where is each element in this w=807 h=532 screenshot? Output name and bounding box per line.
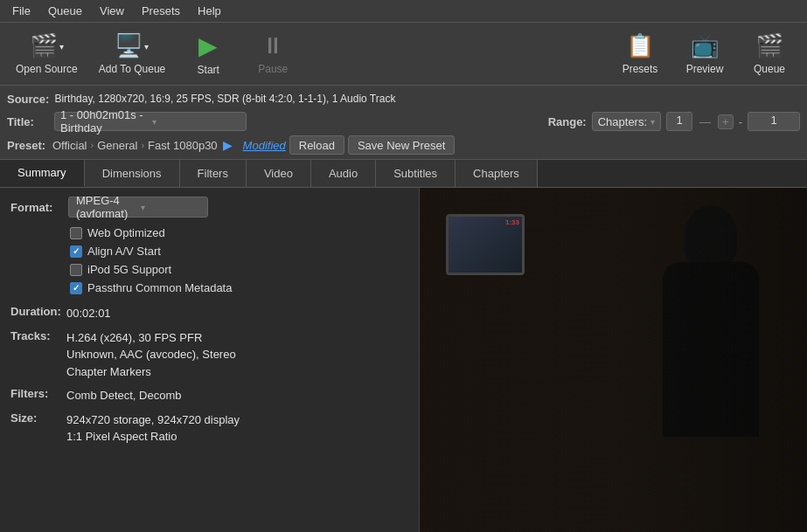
- ipod-checkbox[interactable]: [70, 264, 82, 276]
- preset-official-button[interactable]: Official: [52, 139, 87, 152]
- add-to-queue-icon-area: 🖥️ ▾: [115, 32, 149, 59]
- preset-chevron-2: ›: [141, 140, 144, 150]
- range-label: Range:: [548, 115, 587, 128]
- open-source-button[interactable]: 🎬 ▾ Open Source: [7, 27, 87, 81]
- presets-button[interactable]: 📋 Presets: [609, 27, 671, 81]
- main-content: Format: MPEG-4 (avformat) ▾ Web Optimize…: [0, 188, 807, 532]
- menu-file[interactable]: File: [3, 3, 39, 19]
- left-panel: Format: MPEG-4 (avformat) ▾ Web Optimize…: [0, 188, 420, 532]
- menu-queue[interactable]: Queue: [39, 3, 91, 19]
- source-row: Source: Birthday, 1280x720, 16:9, 25 FPS…: [7, 87, 800, 110]
- preset-general-button[interactable]: General: [97, 139, 137, 152]
- range-end[interactable]: 1: [748, 112, 800, 131]
- ipod-row: iPod 5G Support: [70, 263, 408, 276]
- menu-help[interactable]: Help: [189, 3, 230, 19]
- preset-submenu-arrow[interactable]: ▶: [223, 138, 233, 152]
- passthru-checkbox[interactable]: [70, 282, 82, 294]
- save-new-preset-button[interactable]: Save New Preset: [348, 135, 455, 155]
- preview-icon: 📺: [691, 32, 719, 59]
- pause-button[interactable]: ⏸ Pause: [242, 27, 303, 81]
- size-line1: 924x720 storage, 924x720 display: [66, 411, 240, 429]
- toolbar-right: 📋 Presets 📺 Preview 🎬 Queue: [609, 27, 800, 81]
- start-label: Start: [198, 64, 219, 76]
- chapters-select[interactable]: Chapters: ▾: [592, 112, 661, 131]
- pause-label: Pause: [258, 63, 288, 75]
- tracks-label: Tracks:: [10, 329, 61, 342]
- filters-row: Filters: Comb Detect, Decomb: [10, 387, 408, 404]
- passthru-label[interactable]: Passthru Common Metadata: [87, 281, 232, 294]
- start-button[interactable]: ▶ Start: [177, 27, 239, 81]
- title-select-value: 1 - 00h02m01s - Birthday: [60, 108, 149, 135]
- queue-icon: 🎬: [755, 32, 783, 59]
- duration-label: Duration:: [10, 305, 61, 318]
- checkboxes: Web Optimized Align A/V Start iPod 5G Su…: [10, 226, 408, 294]
- source-value: Birthday, 1280x720, 16:9, 25 FPS, SDR (8…: [54, 93, 395, 105]
- add-to-queue-button[interactable]: 🖥️ ▾ Add To Queue: [90, 27, 175, 81]
- tab-filters[interactable]: Filters: [180, 160, 247, 187]
- preset-fast1080-button[interactable]: Fast 1080p30: [148, 139, 218, 152]
- open-source-icon-area: 🎬 ▾: [30, 32, 64, 59]
- tab-video[interactable]: Video: [247, 160, 311, 187]
- tab-chapters[interactable]: Chapters: [456, 160, 538, 187]
- duration-value: 00:02:01: [66, 305, 111, 322]
- web-optimized-label[interactable]: Web Optimized: [87, 226, 165, 239]
- add-queue-dropdown-arrow[interactable]: ▾: [144, 42, 149, 52]
- range-minus: —: [698, 115, 713, 128]
- preview-button[interactable]: 📺 Preview: [674, 27, 735, 81]
- presets-icon: 📋: [626, 32, 654, 59]
- start-icon: ▶: [198, 31, 218, 60]
- preset-row: Preset: Official › General › Fast 1080p3…: [7, 133, 800, 157]
- duration-row: Duration: 00:02:01: [10, 305, 408, 322]
- preset-label: Preset:: [7, 139, 49, 152]
- format-label: Format:: [10, 201, 61, 214]
- queue-button[interactable]: 🎬 Queue: [739, 27, 800, 81]
- menubar: File Queue View Presets Help: [0, 0, 807, 23]
- format-select-value: MPEG-4 (avformat): [76, 194, 136, 220]
- title-select[interactable]: 1 - 00h02m01s - Birthday ▾: [54, 112, 247, 131]
- preset-modified-link[interactable]: Modified: [243, 139, 286, 152]
- range-section: Range: Chapters: ▾ 1 — + - 1: [548, 112, 800, 131]
- preview-label: Preview: [686, 63, 724, 75]
- video-preview: 1:33: [420, 188, 807, 532]
- open-source-dropdown-arrow[interactable]: ▾: [59, 42, 64, 52]
- ipod-label[interactable]: iPod 5G Support: [87, 263, 171, 276]
- queue-label: Queue: [754, 63, 785, 75]
- size-line2: 1:1 Pixel Aspect Ratio: [66, 428, 240, 446]
- filters-label: Filters:: [10, 387, 61, 400]
- range-plus[interactable]: +: [718, 114, 734, 129]
- tab-subtitles[interactable]: Subtitles: [376, 160, 456, 187]
- tabs: Summary Dimensions Filters Video Audio S…: [0, 160, 807, 188]
- presets-label: Presets: [623, 63, 658, 75]
- align-av-row: Align A/V Start: [70, 245, 408, 258]
- scene-overlay: [420, 188, 807, 532]
- web-optimized-checkbox[interactable]: [70, 227, 82, 239]
- toolbar: 🎬 ▾ Open Source 🖥️ ▾ Add To Queue ▶ Star…: [0, 23, 807, 86]
- size-row: Size: 924x720 storage, 924x720 display 1…: [10, 411, 408, 446]
- tracks-line1: H.264 (x264), 30 FPS PFR: [66, 329, 236, 347]
- tracks-line2: Unknown, AAC (avcodec), Stereo: [66, 346, 236, 363]
- source-label: Source:: [7, 93, 49, 106]
- align-av-label[interactable]: Align A/V Start: [87, 245, 161, 258]
- tab-audio[interactable]: Audio: [311, 160, 376, 187]
- clapper-icon: 🎬: [30, 32, 58, 59]
- add-to-queue-label: Add To Queue: [99, 63, 166, 75]
- title-dropdown-arrow: ▾: [152, 117, 240, 127]
- range-dash: -: [739, 115, 742, 128]
- size-label: Size:: [10, 411, 61, 425]
- title-row: Title: 1 - 00h02m01s - Birthday ▾ Range:…: [7, 110, 800, 133]
- tab-dimensions[interactable]: Dimensions: [85, 160, 180, 187]
- menu-presets[interactable]: Presets: [133, 3, 189, 19]
- tracks-value: H.264 (x264), 30 FPS PFR Unknown, AAC (a…: [66, 329, 236, 381]
- tab-summary[interactable]: Summary: [0, 160, 85, 187]
- preset-reload-button[interactable]: Reload: [289, 135, 344, 155]
- align-av-checkbox[interactable]: [70, 245, 82, 258]
- filters-value: Comb Detect, Decomb: [66, 387, 182, 404]
- tracks-line3: Chapter Markers: [66, 363, 236, 381]
- preset-path: Official › General › Fast 1080p30 ▶: [52, 138, 233, 152]
- format-dropdown-arrow: ▾: [141, 203, 200, 212]
- format-row: Format: MPEG-4 (avformat) ▾: [10, 197, 408, 218]
- range-start[interactable]: 1: [666, 112, 692, 131]
- menu-view[interactable]: View: [91, 3, 133, 19]
- open-source-label: Open Source: [16, 63, 78, 75]
- format-select[interactable]: MPEG-4 (avformat) ▾: [68, 197, 208, 218]
